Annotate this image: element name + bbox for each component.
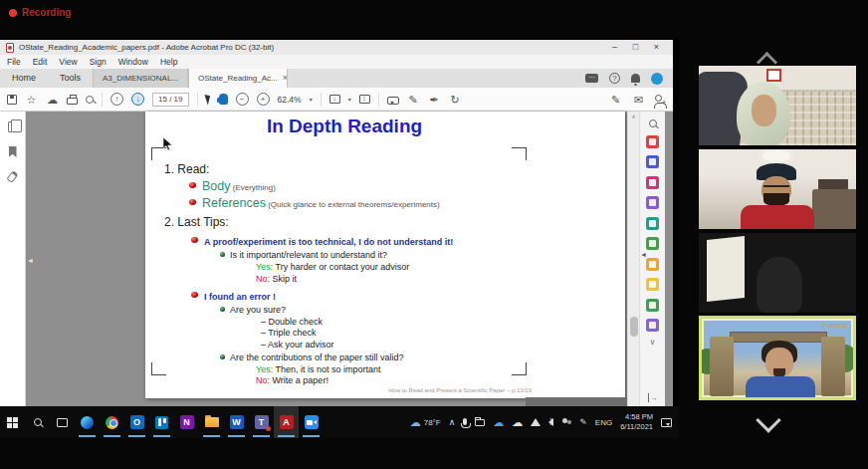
attachments-icon[interactable] [6, 170, 18, 183]
menu-help[interactable]: Help [160, 57, 177, 67]
zoom-dropdown-icon[interactable]: ▾ [310, 96, 313, 103]
taskbar-trello[interactable] [149, 406, 174, 438]
tools-panel-collapse-icon[interactable]: ◄ [640, 251, 647, 258]
add-comment-icon[interactable] [387, 97, 399, 105]
taskbar-outlook[interactable]: O [124, 406, 149, 438]
export-share-icon[interactable] [646, 217, 659, 230]
search-tools-icon[interactable] [649, 119, 657, 127]
previous-page-button[interactable]: ↑ [110, 93, 123, 106]
hand-tool-icon[interactable] [219, 94, 228, 105]
pen-tray-icon[interactable]: ✎ [579, 417, 587, 427]
print-icon[interactable] [67, 98, 78, 105]
clock[interactable]: 4:58 PM 6/11/2021 [620, 412, 653, 432]
fit-width-icon[interactable] [329, 95, 340, 104]
action-center-icon[interactable] [661, 418, 672, 427]
comment-icon[interactable] [646, 278, 659, 291]
doc-tab-ostate-reading[interactable]: OState_Reading_Ac... × [188, 69, 288, 88]
hidden-icons-chevron[interactable]: ∧ [449, 417, 456, 427]
bookmarks-icon[interactable] [9, 146, 17, 157]
red-ball-bullet-icon [189, 199, 196, 205]
participant-video-active-speaker[interactable]: PURDUE [699, 316, 856, 400]
highlight-pencil-icon[interactable]: ✎ [407, 92, 420, 108]
select-tool-icon[interactable] [204, 93, 212, 105]
zoom-out-button[interactable]: − [236, 93, 249, 106]
tab-close-icon[interactable]: × [283, 69, 288, 88]
page-thumbnails-icon[interactable] [8, 121, 17, 132]
save-icon[interactable] [7, 95, 17, 105]
menu-window[interactable]: Window [118, 57, 148, 67]
taskbar-word[interactable]: W [224, 406, 249, 438]
fit-dropdown-icon[interactable]: ▾ [348, 96, 351, 103]
microphone-tray-icon[interactable] [463, 418, 467, 425]
fit-page-icon[interactable] [359, 95, 370, 104]
restore-button[interactable]: □ [625, 40, 646, 55]
notifications-bell-icon[interactable] [631, 74, 640, 83]
more-tools-icon[interactable] [646, 319, 659, 332]
help-icon[interactable]: ? [609, 73, 620, 84]
onedrive-cloud-icon[interactable]: ☁ [493, 417, 504, 427]
print-production-icon[interactable] [646, 299, 659, 312]
taskbar-chrome[interactable] [100, 406, 124, 438]
onedrive-folder-icon[interactable] [475, 419, 485, 426]
share-with-others-icon[interactable] [655, 95, 662, 102]
participant-video-1[interactable] [699, 66, 856, 145]
expand-panel-icon[interactable]: → [648, 393, 658, 402]
account-avatar[interactable] [651, 73, 663, 85]
green-ball-bullet-icon [220, 354, 225, 359]
zoom-level-value[interactable]: 62.4% [278, 95, 302, 105]
export-pdf-icon[interactable] [646, 155, 659, 168]
teams-tray-icon[interactable] [561, 418, 571, 426]
taskbar-onenote[interactable]: N [174, 406, 199, 438]
acrobat-titlebar[interactable]: OState_Reading_Academic_papers.pdf - Ado… [0, 40, 673, 55]
next-page-button[interactable]: ↓ [131, 93, 144, 106]
network-icon[interactable] [531, 418, 541, 426]
edit-pdf-icon[interactable] [646, 176, 659, 189]
more-tools-chevron-icon[interactable]: ∨ [650, 340, 656, 346]
taskbar-acrobat[interactable]: A [274, 406, 299, 438]
tab-tools[interactable]: Tools [48, 69, 93, 88]
minimize-button[interactable]: – [604, 40, 625, 55]
combine-files-icon[interactable] [646, 258, 659, 271]
participant-video-3[interactable] [699, 233, 856, 313]
volume-icon[interactable] [548, 418, 553, 426]
find-icon[interactable] [86, 96, 94, 104]
horizontal-scrollbar-thumb[interactable] [526, 397, 627, 406]
star-favorites-icon[interactable]: ☆ [25, 92, 38, 108]
vertical-scrollbar-thumb[interactable] [630, 317, 638, 337]
weather-widget[interactable]: ☁ 78°F [410, 417, 441, 427]
menu-sign[interactable]: Sign [90, 57, 107, 67]
share-cloud-icon[interactable]: ☁ [46, 92, 59, 108]
cloud-sync-icon[interactable]: ☁ [512, 417, 523, 427]
sign-pen-icon[interactable]: ✒ [428, 92, 441, 108]
zoom-in-button[interactable]: + [257, 93, 270, 106]
taskbar-teams[interactable]: T [249, 406, 274, 438]
recording-label: Recording [22, 7, 71, 18]
taskbar-zoom[interactable] [299, 406, 324, 438]
scroll-up-icon[interactable]: ∧ [628, 112, 639, 121]
taskbar-file-explorer[interactable] [199, 406, 224, 438]
menu-edit[interactable]: Edit [33, 57, 48, 67]
left-panel-collapse-icon[interactable]: ◄ [27, 257, 34, 264]
request-signatures-icon[interactable]: ✎ [609, 92, 622, 108]
page-number-box[interactable]: 15 / 19 [152, 93, 189, 107]
tab-home[interactable]: Home [0, 69, 48, 88]
taskbar-search-button[interactable] [25, 406, 50, 438]
organize-pages-icon[interactable] [646, 237, 659, 250]
participant-video-2[interactable] [699, 149, 856, 229]
language-indicator[interactable]: ENG [595, 418, 612, 427]
start-button[interactable] [0, 406, 25, 438]
taskbar-edge[interactable] [75, 406, 100, 438]
menu-file[interactable]: File [7, 57, 21, 67]
fill-sign-icon[interactable] [646, 196, 659, 209]
menu-view[interactable]: View [59, 57, 77, 67]
pdf-page[interactable]: In Depth Reading 1. Read:Body (Everythin… [145, 112, 625, 398]
doc-tab-a3-dimensional[interactable]: A3_DIMENSIONAL... [93, 69, 188, 88]
task-view-button[interactable] [50, 406, 75, 438]
send-email-icon[interactable]: ✉ [632, 92, 645, 108]
vertical-scrollbar[interactable]: ∧ [627, 112, 639, 406]
create-pdf-icon[interactable] [646, 135, 659, 148]
rotate-stamp-icon[interactable]: ↻ [449, 92, 462, 108]
feedback-bubble-icon[interactable]: ⋯ [585, 74, 598, 83]
close-button[interactable]: × [646, 40, 667, 55]
gallery-expand-chevron-icon[interactable] [756, 407, 780, 432]
